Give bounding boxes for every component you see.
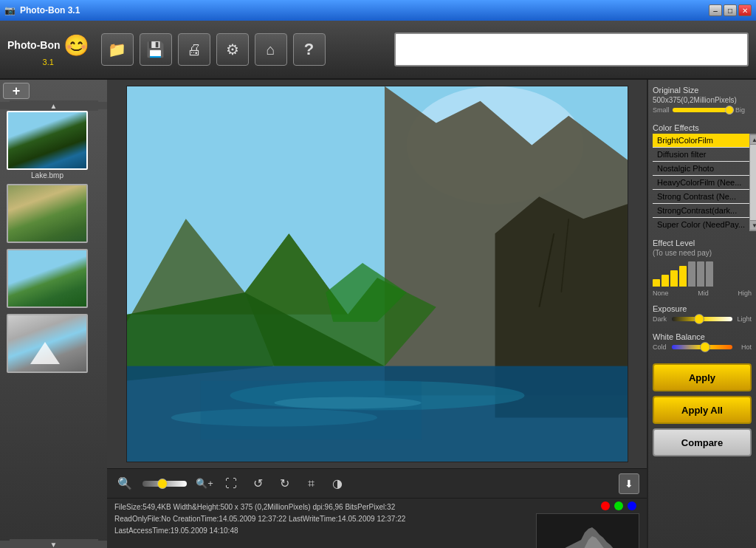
apply-button[interactable]: Apply <box>653 363 752 391</box>
svg-rect-7 <box>127 366 628 462</box>
svg-marker-3 <box>384 86 627 396</box>
logo-version: 3.1 <box>43 58 54 66</box>
contrast-btn[interactable]: ◑ <box>327 473 348 494</box>
effect-item-supercolor[interactable]: Super Color (NeedPay... <box>653 218 749 231</box>
home-btn[interactable]: ⌂ <box>255 33 287 66</box>
wb-label: White Balance <box>653 332 752 341</box>
effect-level-section: Effect Level (To use need pay) None Mid … <box>653 239 752 297</box>
exposure-label: Exposure <box>653 304 752 313</box>
size-slider[interactable] <box>673 108 732 112</box>
level-bar-2[interactable] <box>662 275 669 287</box>
level-bar-4[interactable] <box>679 266 687 287</box>
thumbnail-image <box>7 184 88 243</box>
compare-button[interactable]: Compare <box>653 428 752 456</box>
main-image <box>126 86 628 462</box>
thumbnail-panel: + ▲ Lake.bmp <box>0 80 107 548</box>
wb-slider[interactable] <box>672 345 732 349</box>
level-bar-1[interactable] <box>653 279 660 287</box>
svg-rect-10 <box>200 381 421 440</box>
zoom-out-btn[interactable]: 🔍 <box>114 473 135 494</box>
effects-list-container: BrightColorFilm Diffusion filter Nostalg… <box>653 134 752 231</box>
thumbnail-item[interactable] <box>3 184 92 244</box>
effect-item-heavycolor[interactable]: HeavyColorFilm (Nee... <box>653 176 749 190</box>
print-btn[interactable]: 🖨 <box>178 33 210 66</box>
open-folder-btn[interactable]: 📁 <box>101 33 134 66</box>
thumbnail-image <box>7 111 88 170</box>
apply-all-button[interactable]: Apply AlI <box>653 396 752 424</box>
main-area: + ▲ Lake.bmp <box>0 80 756 548</box>
exposure-dark-label: Dark <box>653 315 669 323</box>
thumbnail-item[interactable] <box>3 249 92 309</box>
svg-point-11 <box>274 397 421 409</box>
save-btn[interactable]: 💾 <box>140 33 172 66</box>
zoom-in-btn[interactable]: 🔍+ <box>194 473 215 494</box>
svg-point-8 <box>230 381 524 411</box>
level-none: None <box>653 290 669 297</box>
app-title: Photo-Bon 3.1 <box>20 5 80 16</box>
level-labels: None Mid High <box>653 290 752 297</box>
thumbnail-item[interactable] <box>3 314 92 374</box>
rotate-left-btn[interactable]: ↺ <box>247 473 268 494</box>
app-logo: Photo-Bon 😊 3.1 <box>7 33 89 66</box>
maximize-button[interactable]: □ <box>724 4 737 16</box>
exposure-light-label: Light <box>735 315 752 323</box>
thumbnail-item[interactable]: Lake.bmp <box>3 111 92 179</box>
exposure-section: Exposure Dark Light <box>653 304 752 325</box>
level-bar-7[interactable] <box>706 261 713 287</box>
effect-level-label: Effect Level <box>653 239 752 247</box>
level-bar-5[interactable] <box>688 261 695 287</box>
fit-screen-btn[interactable]: ⛶ <box>221 473 241 494</box>
effects-scroll-up[interactable]: ▲ <box>749 134 756 145</box>
effect-level-sublabel: (To use need pay) <box>653 249 752 257</box>
svg-marker-4 <box>495 196 627 417</box>
thumbnail-image <box>7 249 88 308</box>
histogram <box>536 513 639 548</box>
svg-marker-5 <box>244 233 436 366</box>
svg-marker-14 <box>326 263 407 322</box>
file-info-text: FileSize:549,4KB Width&Height:500 x 375 … <box>114 501 524 537</box>
titlebar: 📷 Photo-Bon 3.1 – □ ✕ <box>0 0 756 21</box>
green-dot <box>614 501 623 510</box>
svg-line-12 <box>539 233 554 307</box>
crop-btn[interactable]: ⌗ <box>300 473 321 494</box>
red-dot <box>601 501 610 510</box>
right-panel: Original Size 500x375(0,2MillionPixels) … <box>647 80 756 548</box>
color-effects-section: Color Effects BrightColorFilm Diffusion … <box>653 123 752 231</box>
minimize-button[interactable]: – <box>709 4 722 16</box>
help-btn[interactable]: ? <box>293 33 326 66</box>
level-bar-3[interactable] <box>670 270 678 287</box>
rotate-right-btn[interactable]: ↻ <box>274 473 295 494</box>
titlebar-title: 📷 Photo-Bon 3.1 <box>4 5 80 16</box>
wb-hot-label: Hot <box>735 343 752 351</box>
brightness-slider[interactable] <box>142 481 187 487</box>
effects-scrollbar: ▲ ▼ <box>749 134 756 231</box>
svg-marker-6 <box>127 292 385 381</box>
scroll-down-btn[interactable]: ▼ <box>10 539 98 548</box>
logo-emoji: 😊 <box>63 33 89 58</box>
effect-item-strongcontrast-dark[interactable]: StrongContrast(dark... <box>653 204 749 218</box>
toolbar: Photo-Bon 😊 3.1 📁 💾 🖨 ⚙ ⌂ ? <box>0 21 756 80</box>
effect-item-brightcolorfilm[interactable]: BrightColorFilm <box>653 134 749 148</box>
level-bars <box>653 260 752 287</box>
effect-item-diffusion[interactable]: Diffusion filter <box>653 148 749 162</box>
action-buttons: Apply Apply AlI Compare <box>653 363 752 456</box>
effects-scroll-down[interactable]: ▼ <box>749 220 756 230</box>
effect-item-nostalgic[interactable]: Nostalgic Photo <box>653 162 749 176</box>
effect-item-strongcontrast[interactable]: Strong Contrast (Ne... <box>653 190 749 204</box>
size-section: Original Size 500x375(0,2MillionPixels) … <box>653 86 752 116</box>
thumbnail-label: Lake.bmp <box>31 171 63 179</box>
add-image-button[interactable]: + <box>3 83 30 99</box>
download-btn[interactable]: ⬇ <box>619 473 639 494</box>
svg-marker-2 <box>127 219 348 322</box>
canvas-toolbar: 🔍 🔍+ ⛶ ↺ ↻ ⌗ ◑ ⬇ <box>107 468 647 498</box>
original-size-label: Original Size <box>653 86 752 95</box>
level-mid: Mid <box>698 290 709 297</box>
size-slider-row: Small Big <box>653 106 752 114</box>
exposure-slider[interactable] <box>672 317 732 321</box>
canvas-area: 🔍 🔍+ ⛶ ↺ ↻ ⌗ ◑ ⬇ FileSize:549,4KB Width&… <box>107 80 647 548</box>
settings-btn[interactable]: ⚙ <box>216 33 249 66</box>
close-button[interactable]: ✕ <box>738 4 752 16</box>
level-bar-6[interactable] <box>697 261 704 287</box>
logo-name: Photo-Bon <box>7 40 61 50</box>
svg-point-9 <box>171 408 377 426</box>
